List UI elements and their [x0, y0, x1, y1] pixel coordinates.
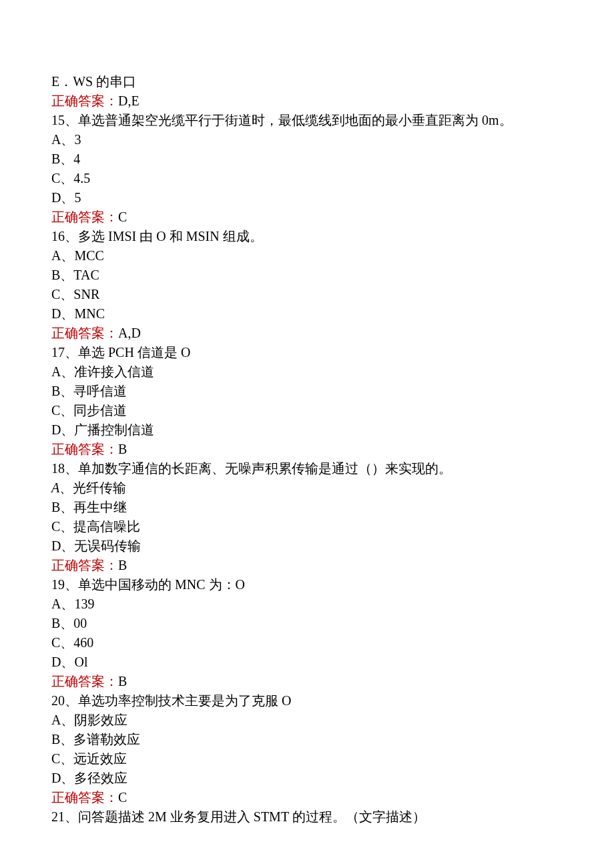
question-text: 18、单加数字通信的长距离、无噪声积累传输是通过（）来实现的。	[51, 459, 563, 478]
option-text: C、远近效应	[51, 749, 563, 769]
option-text: B、寻呼信道	[51, 382, 563, 401]
option-text: A、MCC	[51, 246, 563, 266]
option-text: B、4	[51, 149, 563, 169]
answer-value: B	[118, 674, 127, 689]
option-text: B、多谱勒效应	[51, 730, 563, 749]
option-text: A、3	[51, 130, 563, 149]
answer-line: 正确答案：B	[51, 556, 563, 575]
option-letter-italic: A	[51, 480, 59, 495]
answer-line: 正确答案：B	[51, 440, 563, 459]
answer-line: 正确答案：C	[51, 788, 563, 807]
answer-value: C	[118, 790, 127, 805]
option-rest: 、光纤传输	[59, 480, 126, 495]
option-text: D、Ol	[51, 653, 563, 672]
option-text: A、准许接入信道	[51, 362, 563, 382]
answer-label: 正确答案：	[51, 326, 118, 340]
option-text: A、139	[51, 594, 563, 614]
answer-label: 正确答案：	[51, 558, 118, 572]
answer-line: 正确答案：A,D	[51, 324, 563, 343]
option-text: A、光纤传输	[51, 478, 563, 498]
answer-line: 正确答案：B	[51, 672, 563, 691]
answer-line: 正确答案：D,E	[51, 91, 563, 111]
answer-label: 正确答案：	[51, 674, 118, 689]
option-text: C、同步信道	[51, 401, 563, 420]
question-text: 16、多选 IMSI 由 O 和 MSIN 组成。	[51, 227, 563, 246]
option-text: B、TAC	[51, 266, 563, 285]
option-text: C、SNR	[51, 285, 563, 304]
question-text: 15、单选普通架空光缆平行于街道时，最低缆线到地面的最小垂直距离为 0m。	[51, 111, 563, 130]
option-text: D、MNC	[51, 304, 563, 324]
answer-value: B	[118, 442, 127, 456]
option-text: C、460	[51, 633, 563, 653]
answer-label: 正确答案：	[51, 790, 118, 805]
option-text: D、无误码传输	[51, 536, 563, 556]
question-text: 17、单选 PCH 信道是 O	[51, 343, 563, 362]
question-text: 19、单选中国移动的 MNC 为：O	[51, 575, 563, 594]
question-text: 21、问答题描述 2M 业务复用进入 STMT 的过程。（文字描述）	[51, 807, 563, 827]
option-text: A、阴影效应	[51, 711, 563, 730]
answer-value: B	[118, 558, 127, 572]
option-text: C、4.5	[51, 169, 563, 188]
answer-label: 正确答案：	[51, 93, 118, 108]
option-text: D、5	[51, 188, 563, 207]
answer-value: D,E	[118, 93, 139, 108]
answer-label: 正确答案：	[51, 442, 118, 456]
option-text: B、00	[51, 614, 563, 633]
question-text: 20、单选功率控制技术主要是为了克服 O	[51, 691, 563, 711]
answer-value: A,D	[118, 326, 141, 340]
option-text: D、广播控制信道	[51, 420, 563, 440]
answer-label: 正确答案：	[51, 209, 118, 224]
option-text: E．WS 的串口	[51, 72, 563, 91]
option-text: C、提高信噪比	[51, 517, 563, 536]
option-text: B、再生中继	[51, 498, 563, 517]
answer-line: 正确答案：C	[51, 207, 563, 227]
option-text: D、多径效应	[51, 769, 563, 788]
answer-value: C	[118, 209, 127, 224]
